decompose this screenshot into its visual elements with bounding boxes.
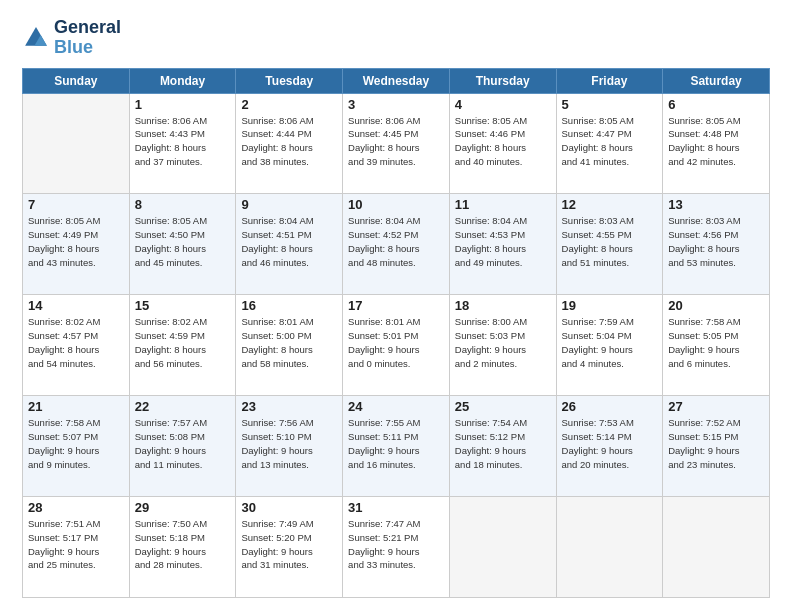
day-number: 27 bbox=[668, 399, 764, 414]
col-friday: Friday bbox=[556, 68, 663, 93]
day-info: Sunrise: 7:59 AMSunset: 5:04 PMDaylight:… bbox=[562, 315, 658, 370]
logo: General Blue bbox=[22, 18, 121, 58]
day-number: 31 bbox=[348, 500, 444, 515]
calendar-cell: 28Sunrise: 7:51 AMSunset: 5:17 PMDayligh… bbox=[23, 497, 130, 598]
day-number: 4 bbox=[455, 97, 551, 112]
day-info: Sunrise: 8:03 AMSunset: 4:56 PMDaylight:… bbox=[668, 214, 764, 269]
calendar-cell bbox=[556, 497, 663, 598]
calendar-cell: 27Sunrise: 7:52 AMSunset: 5:15 PMDayligh… bbox=[663, 396, 770, 497]
day-number: 7 bbox=[28, 197, 124, 212]
day-info: Sunrise: 8:05 AMSunset: 4:46 PMDaylight:… bbox=[455, 114, 551, 169]
day-number: 14 bbox=[28, 298, 124, 313]
calendar-cell: 1Sunrise: 8:06 AMSunset: 4:43 PMDaylight… bbox=[129, 93, 236, 194]
header: General Blue bbox=[22, 18, 770, 58]
day-number: 29 bbox=[135, 500, 231, 515]
day-info: Sunrise: 8:04 AMSunset: 4:51 PMDaylight:… bbox=[241, 214, 337, 269]
day-info: Sunrise: 7:58 AMSunset: 5:05 PMDaylight:… bbox=[668, 315, 764, 370]
day-info: Sunrise: 8:00 AMSunset: 5:03 PMDaylight:… bbox=[455, 315, 551, 370]
day-number: 8 bbox=[135, 197, 231, 212]
calendar-cell: 22Sunrise: 7:57 AMSunset: 5:08 PMDayligh… bbox=[129, 396, 236, 497]
calendar-cell: 18Sunrise: 8:00 AMSunset: 5:03 PMDayligh… bbox=[449, 295, 556, 396]
day-info: Sunrise: 7:51 AMSunset: 5:17 PMDaylight:… bbox=[28, 517, 124, 572]
day-number: 3 bbox=[348, 97, 444, 112]
calendar-cell: 31Sunrise: 7:47 AMSunset: 5:21 PMDayligh… bbox=[343, 497, 450, 598]
day-number: 16 bbox=[241, 298, 337, 313]
calendar-cell: 19Sunrise: 7:59 AMSunset: 5:04 PMDayligh… bbox=[556, 295, 663, 396]
day-info: Sunrise: 7:52 AMSunset: 5:15 PMDaylight:… bbox=[668, 416, 764, 471]
day-number: 30 bbox=[241, 500, 337, 515]
calendar-cell: 10Sunrise: 8:04 AMSunset: 4:52 PMDayligh… bbox=[343, 194, 450, 295]
day-number: 15 bbox=[135, 298, 231, 313]
day-info: Sunrise: 7:55 AMSunset: 5:11 PMDaylight:… bbox=[348, 416, 444, 471]
calendar-week-row: 7Sunrise: 8:05 AMSunset: 4:49 PMDaylight… bbox=[23, 194, 770, 295]
calendar-week-row: 21Sunrise: 7:58 AMSunset: 5:07 PMDayligh… bbox=[23, 396, 770, 497]
day-info: Sunrise: 8:04 AMSunset: 4:52 PMDaylight:… bbox=[348, 214, 444, 269]
calendar-cell: 24Sunrise: 7:55 AMSunset: 5:11 PMDayligh… bbox=[343, 396, 450, 497]
day-info: Sunrise: 7:54 AMSunset: 5:12 PMDaylight:… bbox=[455, 416, 551, 471]
day-number: 5 bbox=[562, 97, 658, 112]
calendar-cell: 3Sunrise: 8:06 AMSunset: 4:45 PMDaylight… bbox=[343, 93, 450, 194]
calendar-cell: 2Sunrise: 8:06 AMSunset: 4:44 PMDaylight… bbox=[236, 93, 343, 194]
day-number: 18 bbox=[455, 298, 551, 313]
day-number: 19 bbox=[562, 298, 658, 313]
logo-icon bbox=[22, 24, 50, 52]
day-number: 25 bbox=[455, 399, 551, 414]
day-info: Sunrise: 7:53 AMSunset: 5:14 PMDaylight:… bbox=[562, 416, 658, 471]
calendar-cell: 13Sunrise: 8:03 AMSunset: 4:56 PMDayligh… bbox=[663, 194, 770, 295]
day-info: Sunrise: 7:57 AMSunset: 5:08 PMDaylight:… bbox=[135, 416, 231, 471]
calendar-cell bbox=[663, 497, 770, 598]
calendar-cell: 15Sunrise: 8:02 AMSunset: 4:59 PMDayligh… bbox=[129, 295, 236, 396]
day-number: 21 bbox=[28, 399, 124, 414]
logo-text: General Blue bbox=[54, 18, 121, 58]
calendar-table: Sunday Monday Tuesday Wednesday Thursday… bbox=[22, 68, 770, 598]
col-tuesday: Tuesday bbox=[236, 68, 343, 93]
calendar-week-row: 1Sunrise: 8:06 AMSunset: 4:43 PMDaylight… bbox=[23, 93, 770, 194]
day-number: 22 bbox=[135, 399, 231, 414]
calendar-cell: 6Sunrise: 8:05 AMSunset: 4:48 PMDaylight… bbox=[663, 93, 770, 194]
day-info: Sunrise: 8:05 AMSunset: 4:49 PMDaylight:… bbox=[28, 214, 124, 269]
day-number: 20 bbox=[668, 298, 764, 313]
day-info: Sunrise: 8:06 AMSunset: 4:44 PMDaylight:… bbox=[241, 114, 337, 169]
calendar-cell: 12Sunrise: 8:03 AMSunset: 4:55 PMDayligh… bbox=[556, 194, 663, 295]
day-number: 11 bbox=[455, 197, 551, 212]
day-number: 6 bbox=[668, 97, 764, 112]
day-info: Sunrise: 7:50 AMSunset: 5:18 PMDaylight:… bbox=[135, 517, 231, 572]
day-info: Sunrise: 8:04 AMSunset: 4:53 PMDaylight:… bbox=[455, 214, 551, 269]
calendar-week-row: 28Sunrise: 7:51 AMSunset: 5:17 PMDayligh… bbox=[23, 497, 770, 598]
day-number: 10 bbox=[348, 197, 444, 212]
day-number: 28 bbox=[28, 500, 124, 515]
day-number: 24 bbox=[348, 399, 444, 414]
day-number: 12 bbox=[562, 197, 658, 212]
col-thursday: Thursday bbox=[449, 68, 556, 93]
calendar-cell: 8Sunrise: 8:05 AMSunset: 4:50 PMDaylight… bbox=[129, 194, 236, 295]
day-info: Sunrise: 8:02 AMSunset: 4:59 PMDaylight:… bbox=[135, 315, 231, 370]
day-number: 2 bbox=[241, 97, 337, 112]
day-number: 1 bbox=[135, 97, 231, 112]
day-info: Sunrise: 8:02 AMSunset: 4:57 PMDaylight:… bbox=[28, 315, 124, 370]
calendar-cell: 21Sunrise: 7:58 AMSunset: 5:07 PMDayligh… bbox=[23, 396, 130, 497]
day-info: Sunrise: 8:05 AMSunset: 4:47 PMDaylight:… bbox=[562, 114, 658, 169]
calendar-week-row: 14Sunrise: 8:02 AMSunset: 4:57 PMDayligh… bbox=[23, 295, 770, 396]
day-info: Sunrise: 7:47 AMSunset: 5:21 PMDaylight:… bbox=[348, 517, 444, 572]
day-info: Sunrise: 7:56 AMSunset: 5:10 PMDaylight:… bbox=[241, 416, 337, 471]
col-monday: Monday bbox=[129, 68, 236, 93]
calendar-cell: 17Sunrise: 8:01 AMSunset: 5:01 PMDayligh… bbox=[343, 295, 450, 396]
calendar-cell bbox=[449, 497, 556, 598]
calendar-header-row: Sunday Monday Tuesday Wednesday Thursday… bbox=[23, 68, 770, 93]
calendar-cell: 16Sunrise: 8:01 AMSunset: 5:00 PMDayligh… bbox=[236, 295, 343, 396]
calendar-cell: 23Sunrise: 7:56 AMSunset: 5:10 PMDayligh… bbox=[236, 396, 343, 497]
day-info: Sunrise: 8:06 AMSunset: 4:43 PMDaylight:… bbox=[135, 114, 231, 169]
day-info: Sunrise: 8:05 AMSunset: 4:48 PMDaylight:… bbox=[668, 114, 764, 169]
calendar-cell: 9Sunrise: 8:04 AMSunset: 4:51 PMDaylight… bbox=[236, 194, 343, 295]
day-number: 23 bbox=[241, 399, 337, 414]
day-info: Sunrise: 8:01 AMSunset: 5:00 PMDaylight:… bbox=[241, 315, 337, 370]
day-info: Sunrise: 8:06 AMSunset: 4:45 PMDaylight:… bbox=[348, 114, 444, 169]
day-number: 17 bbox=[348, 298, 444, 313]
col-wednesday: Wednesday bbox=[343, 68, 450, 93]
calendar-cell: 30Sunrise: 7:49 AMSunset: 5:20 PMDayligh… bbox=[236, 497, 343, 598]
calendar-cell: 5Sunrise: 8:05 AMSunset: 4:47 PMDaylight… bbox=[556, 93, 663, 194]
day-info: Sunrise: 7:49 AMSunset: 5:20 PMDaylight:… bbox=[241, 517, 337, 572]
page: General Blue Sunday Monday Tuesday Wedne… bbox=[0, 0, 792, 612]
day-info: Sunrise: 8:01 AMSunset: 5:01 PMDaylight:… bbox=[348, 315, 444, 370]
calendar-cell: 29Sunrise: 7:50 AMSunset: 5:18 PMDayligh… bbox=[129, 497, 236, 598]
